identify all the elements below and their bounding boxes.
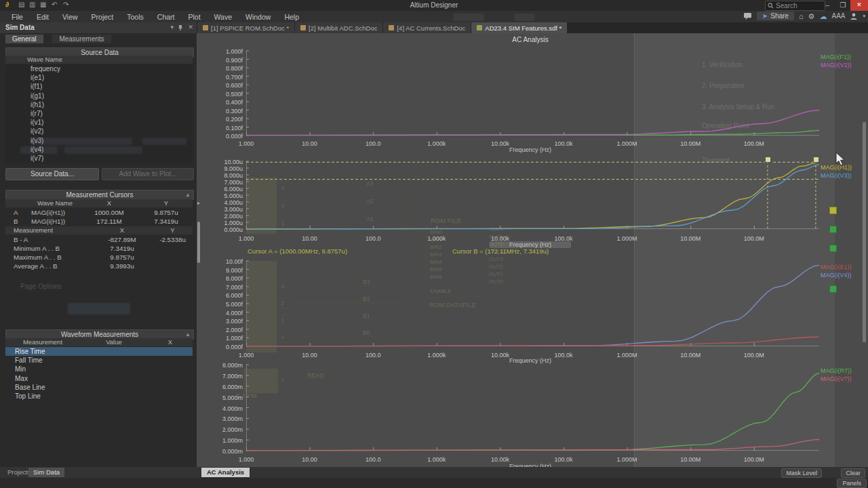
wave-legend-label[interactable]: MAG(i(E1)) <box>821 264 852 270</box>
document-icon <box>300 25 306 30</box>
user-chevron-icon[interactable]: ▾ <box>863 14 865 19</box>
cursor-row[interactable]: BMAG(i(H1))172.11M7.3419u <box>5 217 193 226</box>
menu-edit[interactable]: Edit <box>31 12 55 22</box>
y-tick-label: 6.000u <box>213 186 243 192</box>
waveform-measurement-row[interactable]: Fall Time <box>5 356 193 365</box>
wave-list-item[interactable]: i(v7) <box>5 154 193 163</box>
x-tick-label: 1.000 <box>227 352 265 359</box>
maximize-button[interactable]: ❐ <box>835 0 851 11</box>
comment-icon[interactable] <box>743 12 752 20</box>
menu-view[interactable]: View <box>56 12 84 22</box>
menu-project[interactable]: Project <box>85 12 120 22</box>
wave-list-item[interactable]: i(f1) <box>5 82 193 91</box>
wave-list-item[interactable]: i(v2) <box>5 127 193 136</box>
panel-tab-general[interactable]: General <box>5 35 43 43</box>
panel-close-icon[interactable]: ✕ <box>188 24 193 30</box>
wave-legend-label[interactable]: MAG(i(V3)) <box>821 172 852 179</box>
tab-sim-data[interactable]: Sim Data <box>28 468 64 477</box>
collapse-chevron-icon[interactable]: ▲ <box>185 190 191 199</box>
source-data-button[interactable]: Source Data... <box>5 168 99 180</box>
x-tick-label: 10.00M <box>671 352 709 359</box>
menu-wave[interactable]: Wave <box>208 12 238 22</box>
cursor-b-readout: Cursor B = (172.11MHz, 7.3419u) <box>452 247 549 255</box>
home-icon[interactable]: ⌂ <box>799 12 804 20</box>
panel-menu-chevron-icon[interactable]: ▾ <box>170 24 174 30</box>
splitter-handle[interactable] <box>197 222 200 263</box>
y-tick-label: 6.000m <box>213 384 243 390</box>
close-button[interactable]: ✕ <box>850 0 868 11</box>
plot-canvas[interactable] <box>246 365 819 455</box>
wave-color-swatch[interactable] <box>829 245 837 252</box>
search-label: Search <box>776 2 797 9</box>
menu-plot[interactable]: Plot <box>182 12 206 22</box>
document-tab-label: AD23.4 SIM Features.sdf * <box>485 24 561 32</box>
waveform-measurement-row[interactable]: Top Line <box>5 392 193 401</box>
tab-ac-analysis[interactable]: AC Analysis <box>201 468 250 477</box>
document-tab[interactable]: AD23.4 SIM Features.sdf * <box>471 22 567 33</box>
cursor-a-handle[interactable] <box>813 157 819 163</box>
wave-color-swatch[interactable] <box>829 207 837 214</box>
text-size-control[interactable]: AAA <box>831 12 845 20</box>
panels-button[interactable]: Panels <box>837 479 867 488</box>
menu-window[interactable]: Window <box>239 12 277 22</box>
panel-expand-arrow-icon[interactable]: ▸ <box>197 200 200 206</box>
document-tab[interactable]: [4] AC Currents.SchDoc <box>383 22 471 33</box>
wave-list-item[interactable]: i(e1) <box>5 73 193 82</box>
document-tab[interactable]: [1] PSPICE ROM.SchDoc * <box>197 22 294 33</box>
wave-list-item[interactable]: i(g1) <box>5 92 193 100</box>
wave-curve <box>246 165 819 229</box>
document-tab-label: [4] AC Currents.SchDoc <box>397 24 465 32</box>
cursor-b-handle[interactable] <box>765 157 771 163</box>
user-icon[interactable] <box>850 12 858 20</box>
y-tick-label: 4.000m <box>213 405 243 412</box>
panel-caption: Sim Data ▾ ✕ <box>0 22 197 33</box>
wave-legend-label[interactable]: MAG(i(F1)) <box>821 54 851 60</box>
wave-list-item[interactable]: i(h1) <box>5 100 193 109</box>
document-tab[interactable]: [2] Multibit ADC.SchDoc <box>295 22 382 33</box>
wave-legend-label[interactable]: MAG(i(V4)) <box>821 272 852 279</box>
pin-icon[interactable] <box>178 24 183 31</box>
wave-color-swatch[interactable] <box>829 226 837 233</box>
titlebar: ∂ ▤ ▥ ▦ ↶ ↷ Altium Designer Search – ❐ ✕ <box>0 0 868 11</box>
menu-help[interactable]: Help <box>278 12 305 22</box>
waveform-measurement-row[interactable]: Min <box>5 365 193 373</box>
sim-data-panel: Source Data Wave Name frequencyi(e1)i(f1… <box>0 33 197 467</box>
share-button[interactable]: ➤Share <box>757 12 794 20</box>
menu-tools[interactable]: Tools <box>121 12 150 22</box>
measure-row[interactable]: B - A-827.89M-2.5338u <box>5 235 193 244</box>
wave-legend-label[interactable]: MAG(i(V7)) <box>821 375 852 382</box>
minimize-button[interactable]: – <box>819 0 835 11</box>
x-tick-label: 10.00 <box>291 352 329 359</box>
wave-curve <box>246 110 819 136</box>
wave-color-swatch[interactable] <box>829 285 837 293</box>
plot-canvas[interactable] <box>246 261 819 350</box>
menu-chart[interactable]: Chart <box>151 12 181 22</box>
wave-legend-label[interactable]: MAG(i(R7)) <box>821 367 852 374</box>
x-tick-label: 100.0 <box>354 140 392 147</box>
wave-legend-label[interactable]: MAG(i(V2)) <box>821 62 852 68</box>
menu-file[interactable]: File <box>5 12 29 22</box>
cursor-row[interactable]: AMAG(i(H1))1000.00M9.8757u <box>5 208 193 217</box>
gear-icon[interactable]: ⚙ <box>808 12 815 20</box>
measure-row[interactable]: Maximum A . . B9.8757u <box>5 253 193 262</box>
search-input[interactable]: Search <box>765 1 825 11</box>
waveform-measurement-row[interactable]: Base Line <box>5 383 193 392</box>
wave-list-item[interactable]: i(r7) <box>5 109 193 118</box>
y-tick-label: 9.000u <box>213 165 243 172</box>
vertical-scrollbar[interactable] <box>863 122 866 342</box>
measurement-cursors-header[interactable]: Measurement Cursors▲ <box>5 190 194 200</box>
waveform-measurement-row[interactable]: Rise Time <box>5 347 193 356</box>
y-tick-label: 2.000f <box>213 327 243 333</box>
wave-list-item[interactable]: frequency <box>5 64 193 73</box>
cloud-icon[interactable]: ☁ <box>819 12 827 20</box>
mask-level-button[interactable]: Mask Level <box>781 468 822 478</box>
measure-row[interactable]: Average A . . B9.3993u <box>5 262 193 270</box>
clear-button[interactable]: Clear <box>841 468 865 478</box>
plot-canvas[interactable] <box>246 51 819 140</box>
plot-canvas[interactable] <box>246 161 819 233</box>
waveform-measurement-row[interactable]: Max <box>5 374 193 383</box>
panel-tab-measurements[interactable]: Measurements <box>52 35 111 43</box>
measure-row[interactable]: Minimum A . . B7.3419u <box>5 244 193 253</box>
y-tick-label: 0.700f <box>213 74 243 81</box>
wave-list-item[interactable]: i(v1) <box>5 118 193 127</box>
